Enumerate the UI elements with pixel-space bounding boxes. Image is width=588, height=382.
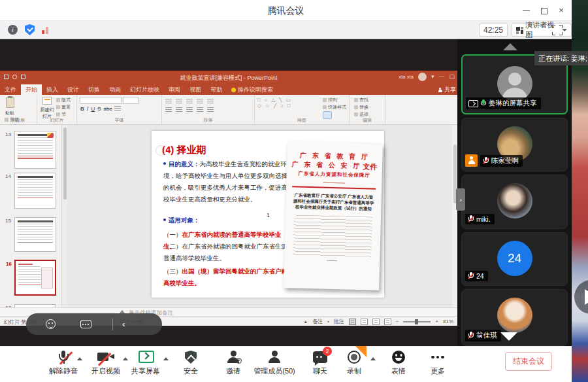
video-tile[interactable]: miki. [461, 175, 568, 229]
collapse-left-icon[interactable]: ‹ [122, 320, 125, 328]
reading-view-icon[interactable] [372, 319, 380, 325]
tab-animations[interactable]: 动画 [105, 84, 125, 95]
comments-toggle-icon[interactable]: ▪ [327, 319, 329, 324]
panel-collapse-handle[interactable]: › [456, 188, 465, 211]
bullets-icon[interactable] [165, 99, 172, 104]
layout-button[interactable]: 版式 [56, 97, 71, 103]
mute-options-caret[interactable] [77, 357, 82, 360]
indent-decrease-icon[interactable] [186, 99, 193, 104]
arrange-button[interactable]: 排列 [323, 97, 346, 103]
tab-view[interactable]: 视图 [185, 84, 206, 95]
font-name-select[interactable] [80, 97, 122, 104]
tab-help[interactable]: 帮助 [206, 84, 227, 95]
slide-thumbnail-14[interactable]: 14 [14, 173, 56, 209]
unmute-button[interactable]: 解除静音 [42, 349, 84, 376]
comments-toggle[interactable]: 批注 [334, 318, 344, 325]
end-meeting-button[interactable]: 结束会议 [505, 352, 552, 371]
more-button[interactable]: 更多 [417, 349, 459, 376]
reaction-more-icon[interactable] [80, 320, 91, 328]
meeting-security-shield-icon[interactable] [25, 24, 35, 35]
align-left-icon[interactable] [165, 107, 172, 113]
slide-canvas[interactable]: (4) 择业期 目的意义：为高校毕业生营造宽松的就业环境，给予高校毕业生与用人单… [152, 131, 384, 298]
security-button[interactable]: 安全 [170, 349, 212, 376]
align-right-icon[interactable] [186, 107, 193, 113]
tab-transitions[interactable]: 切换 [84, 84, 105, 95]
underline-button[interactable]: U [90, 106, 95, 112]
ppt-share-button[interactable]: 共享 [438, 84, 456, 95]
paste-button[interactable]: 粘贴 [3, 97, 17, 116]
reaction-smiley-icon[interactable] [46, 319, 56, 329]
ribbon-options-icon[interactable]: ▾ [431, 73, 434, 81]
slide-paragraph-purpose: 目的意义：为高校毕业生营造宽松的就业环境，给予高校毕业生与用人单位更多双向选择的… [163, 158, 291, 205]
font-color-icon[interactable] [114, 106, 121, 111]
ppt-minimize-icon[interactable]: — [438, 73, 444, 81]
minimize-button[interactable] [519, 4, 532, 17]
camera-off-icon [97, 352, 114, 362]
strikethrough-button[interactable]: S [97, 106, 101, 112]
tab-slideshow[interactable]: 幻灯片放映 [125, 84, 164, 95]
tab-file[interactable]: 文件 [0, 84, 21, 95]
app-title: 腾讯会议 [0, 5, 572, 17]
share-options-caret[interactable] [163, 357, 169, 360]
slide-thumbnail-13[interactable]: 13 [14, 131, 56, 169]
record-options-caret[interactable] [370, 357, 376, 360]
tab-insert[interactable]: 插入 [42, 84, 63, 95]
italic-button[interactable]: I [86, 106, 90, 112]
share-screen-button[interactable]: 共享屏幕 [125, 349, 167, 376]
find-button[interactable]: 查找 [354, 97, 382, 103]
floating-reaction-bar: ‹ [26, 313, 162, 335]
slide-sorter-view-icon[interactable] [361, 319, 368, 325]
participant-name: 24 [476, 272, 484, 280]
notes-toggle[interactable]: 备注 [312, 318, 323, 325]
normal-view-icon[interactable] [349, 319, 356, 325]
scroll-down-icon[interactable] [500, 332, 517, 341]
close-button[interactable]: × [555, 4, 568, 17]
notes-toggle-icon[interactable]: ▲ [303, 319, 308, 324]
ppt-titlebar: 就业政策宣讲[兼容模式] - PowerPoint xia xia ▾ — ▢ [0, 71, 457, 84]
justify-icon[interactable] [197, 107, 203, 113]
slide-thumbnail-16-selected[interactable]: 16 [14, 260, 56, 296]
thumbnail-scrollbar[interactable] [62, 125, 67, 307]
collapse-up-icon[interactable] [503, 43, 517, 50]
numbering-icon[interactable] [176, 99, 182, 104]
font-size-select[interactable] [123, 97, 139, 104]
zoom-slider[interactable] [403, 321, 431, 322]
view-mode-button[interactable]: 演讲者视图 [512, 24, 572, 37]
slide-thumbnail-15[interactable]: 15 [14, 217, 56, 252]
replace-button[interactable]: 替换 [354, 104, 382, 111]
ppt-restore-icon[interactable]: ▢ [449, 73, 455, 81]
ppt-avatar[interactable] [418, 73, 427, 81]
zoom-in-icon[interactable]: + [435, 319, 438, 324]
tab-design[interactable]: 设计 [63, 84, 84, 95]
slideshow-view-icon[interactable] [384, 319, 391, 325]
reactions-button[interactable]: 表情 [378, 349, 419, 376]
manage-members-button[interactable]: 管理成员(50) [247, 349, 302, 376]
indent-increase-icon[interactable] [197, 99, 203, 104]
line-spacing-icon[interactable] [207, 99, 214, 104]
tell-me-search[interactable]: 操作说明搜索 [227, 84, 278, 95]
fullscreen-button[interactable] [552, 25, 563, 35]
zoom-out-icon[interactable]: − [396, 319, 399, 324]
mic-on-icon [480, 99, 486, 107]
columns-icon[interactable] [207, 107, 214, 113]
shapes-gallery[interactable]: □ ○ △ ╲ ▭ ◇ ☆ ╱ ○ □ [257, 97, 299, 109]
new-slide-button[interactable]: 新建幻灯片 [40, 97, 54, 120]
start-video-button[interactable]: 开启视频 [85, 349, 127, 376]
doc-body-text-lines [293, 215, 372, 258]
quick-styles-button[interactable]: 快速样式 [323, 104, 346, 111]
meeting-info-icon[interactable]: i [8, 25, 18, 35]
video-tile[interactable]: 陈家莹啊 [461, 118, 568, 171]
reset-button[interactable]: 重置 [56, 104, 71, 111]
maximize-button[interactable] [538, 4, 551, 17]
screen-share-icon [468, 99, 478, 107]
video-tile[interactable]: 24 24 [461, 232, 568, 286]
bold-button[interactable]: B [80, 106, 85, 112]
zoom-percent[interactable]: 81% [443, 319, 453, 324]
align-center-icon[interactable] [176, 107, 182, 113]
tab-home[interactable]: 开始 [21, 84, 42, 95]
record-button[interactable]: 录制 [333, 349, 375, 376]
clear-format-button[interactable]: abc [103, 106, 113, 112]
tab-review[interactable]: 审阅 [164, 84, 185, 95]
slide-area-scrollbar[interactable] [452, 125, 457, 307]
network-signal-icon[interactable] [42, 26, 50, 34]
